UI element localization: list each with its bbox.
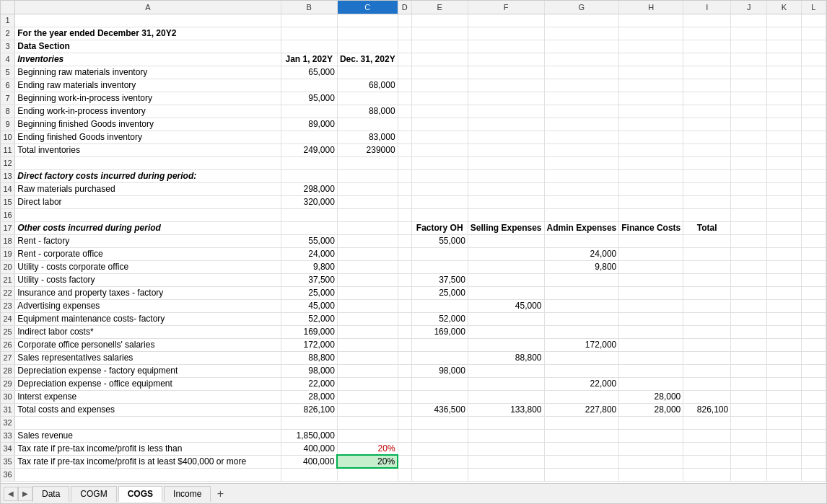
cell-29i[interactable] [683,377,731,390]
cell-17l[interactable] [801,221,826,234]
cell-36i[interactable] [683,468,731,481]
cell-22f[interactable] [468,286,544,299]
cell-32h[interactable] [619,416,683,429]
cell-32i[interactable] [683,416,731,429]
cell-5a[interactable]: Beginning raw materials inventory [15,66,281,79]
cell-22b[interactable]: 25,000 [281,286,337,299]
cell-14j[interactable] [731,182,767,195]
cell-25l[interactable] [801,325,826,338]
cell-13d[interactable] [398,169,411,182]
cell-10h[interactable] [619,131,683,143]
cell-15e[interactable] [411,195,468,208]
cell-21i[interactable] [683,273,731,286]
cell-9j[interactable] [731,118,767,131]
col-header-h[interactable]: H [619,1,683,14]
cell-9d[interactable] [398,118,411,131]
cell-18i[interactable] [683,234,731,247]
cell-27j[interactable] [731,351,767,364]
cell-4a[interactable]: Inventories [15,53,281,66]
cell-34g[interactable] [544,442,619,455]
cell-17h[interactable]: Finance Costs [619,221,683,234]
cell-7h[interactable] [619,92,683,105]
cell-18h[interactable] [619,234,683,247]
cell-12i[interactable] [683,156,731,169]
cell-34h[interactable] [619,442,683,455]
cell-31c[interactable] [337,403,398,416]
cell-24k[interactable] [767,312,801,325]
cell-35g[interactable] [544,455,619,468]
cell-26d[interactable] [398,338,411,351]
cell-2l[interactable] [801,27,826,40]
cell-33f[interactable] [468,429,544,442]
cell-21h[interactable] [619,273,683,286]
cell-24b[interactable]: 52,000 [281,312,337,325]
cell-30g[interactable] [544,390,619,403]
cell-1b[interactable] [281,14,337,27]
cell-6i[interactable] [683,79,731,92]
cell-26f[interactable] [468,338,544,351]
cell-27a[interactable]: Sales representatives salaries [15,351,281,364]
cell-30i[interactable] [683,390,731,403]
cell-33h[interactable] [619,429,683,442]
cell-8c[interactable]: 88,000 [337,105,398,118]
cell-34e[interactable] [411,442,468,455]
cell-35c[interactable]: 20% [337,455,398,468]
cell-24d[interactable] [398,312,411,325]
cell-7e[interactable] [411,92,468,105]
cell-19i[interactable] [683,247,731,260]
cell-16e[interactable] [411,208,468,221]
cell-22k[interactable] [767,286,801,299]
cell-28g[interactable] [544,364,619,377]
cell-31l[interactable] [801,403,826,416]
cell-12l[interactable] [801,156,826,169]
cell-36j[interactable] [731,468,767,481]
cell-21d[interactable] [398,273,411,286]
cell-13a[interactable]: Direct factory costs incurred during per… [15,169,281,182]
cell-23d[interactable] [398,299,411,312]
cell-21g[interactable] [544,273,619,286]
cell-33g[interactable] [544,429,619,442]
cell-16a[interactable] [15,208,281,221]
cell-24h[interactable] [619,312,683,325]
cell-17f[interactable]: Selling Expenses [468,221,544,234]
cell-9a[interactable]: Beginning finished Goods inventory [15,118,281,131]
cell-33e[interactable] [411,429,468,442]
cell-26b[interactable]: 172,000 [281,338,337,351]
cell-13c[interactable] [337,169,398,182]
cell-2a[interactable]: For the year ended December 31, 20Y2 [15,27,281,40]
col-header-e[interactable]: E [411,1,468,14]
cell-6k[interactable] [767,79,801,92]
cell-21b[interactable]: 37,500 [281,273,337,286]
cell-25h[interactable] [619,325,683,338]
cell-23e[interactable] [411,299,468,312]
cell-8g[interactable] [544,105,619,118]
cell-9b[interactable]: 89,000 [281,118,337,131]
cell-34f[interactable] [468,442,544,455]
cell-15j[interactable] [731,195,767,208]
cell-26g[interactable]: 172,000 [544,338,619,351]
cell-8h[interactable] [619,105,683,118]
cell-27l[interactable] [801,351,826,364]
cell-14k[interactable] [767,182,801,195]
col-header-l[interactable]: L [801,1,826,14]
cell-29g[interactable]: 22,000 [544,377,619,390]
cell-29d[interactable] [398,377,411,390]
cell-13b[interactable] [281,169,337,182]
cell-28i[interactable] [683,364,731,377]
cell-29b[interactable]: 22,000 [281,377,337,390]
cell-12d[interactable] [398,156,411,169]
cell-31e[interactable]: 436,500 [411,403,468,416]
cell-31b[interactable]: 826,100 [281,403,337,416]
cell-14c[interactable] [337,182,398,195]
cell-36k[interactable] [767,468,801,481]
cell-33j[interactable] [731,429,767,442]
cell-14b[interactable]: 298,000 [281,182,337,195]
cell-35a[interactable]: Tax rate if pre-tax income/profit is at … [15,455,281,468]
cell-8k[interactable] [767,105,801,118]
cell-11c[interactable]: 239000 [337,143,398,156]
cell-27i[interactable] [683,351,731,364]
cell-17k[interactable] [767,221,801,234]
cell-19a[interactable]: Rent - corporate office [15,247,281,260]
cell-8e[interactable] [411,105,468,118]
cell-6e[interactable] [411,79,468,92]
